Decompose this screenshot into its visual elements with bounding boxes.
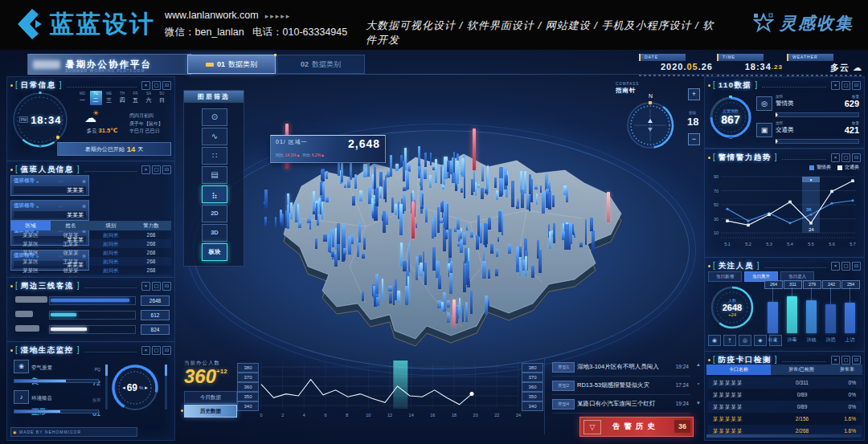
close-icon[interactable]: ⊗ xyxy=(82,178,86,184)
panel-close-icon[interactable]: × xyxy=(141,346,150,355)
map-data-bar xyxy=(442,185,444,189)
panel-close-icon[interactable]: × xyxy=(831,153,840,162)
panel-expand-icon[interactable]: ⊡ xyxy=(852,153,861,162)
map-data-bar xyxy=(382,214,384,222)
table-row[interactable]: 某某区张某某副局长268 xyxy=(10,266,171,275)
panel-window-icon[interactable]: ▢ xyxy=(841,153,850,162)
alert-scroll-dot-icon[interactable]: ● xyxy=(695,381,702,385)
star-icon xyxy=(753,13,774,34)
focus-bar-value: 264 xyxy=(764,280,783,289)
close-icon[interactable]: ⊗ xyxy=(82,203,86,209)
flow-label-redacted xyxy=(15,325,39,332)
table-row[interactable]: 某某某某某2/1561.6% xyxy=(708,413,862,425)
weekday-cell[interactable]: MO一 xyxy=(76,91,88,105)
alert-row[interactable]: 类型2RD13-53烟感报警疑似火灾17:24 xyxy=(552,377,690,395)
panel-window-icon[interactable]: ▢ xyxy=(841,81,850,90)
panel-window-icon[interactable]: ▢ xyxy=(152,346,161,355)
table-row[interactable]: 某某某某某0/890% xyxy=(708,401,862,413)
layer-button-3D[interactable]: 3D xyxy=(202,224,227,242)
platform-subtitle: SUMMER WORKING PLATFORM xyxy=(65,68,145,73)
tab-data-category-1[interactable]: 01 数据类别 xyxy=(187,55,276,74)
checkpoint-header-tab[interactable]: 异常率 xyxy=(832,365,863,375)
map-data-bar xyxy=(323,234,326,242)
weekday-cell[interactable]: SU日 xyxy=(156,91,168,105)
svg-text:24: 24 xyxy=(516,413,521,418)
axis-value-box: 370 xyxy=(237,373,259,382)
table-row[interactable]: 某某区张某某副局长268 xyxy=(10,230,171,239)
zoom-in-button[interactable]: + xyxy=(688,88,700,100)
layer-button-signal-icon[interactable]: ∿ xyxy=(202,128,227,145)
focus-tab[interactable]: 当日新增 xyxy=(708,271,742,282)
table-row[interactable]: 某某区张某某副局长268 xyxy=(10,248,171,257)
panel-window-icon[interactable]: ▢ xyxy=(841,356,850,365)
alarm-history-button[interactable]: ▽ 告警历史 36 xyxy=(579,417,694,437)
zoom-out-button[interactable]: − xyxy=(688,133,700,145)
clock-meridiem: PM xyxy=(19,116,29,123)
panel-close-icon[interactable]: × xyxy=(831,262,840,271)
duty-header-cell[interactable]: 警力数 xyxy=(131,221,171,230)
table-row[interactable]: 某某某某某0/3110% xyxy=(708,377,862,389)
alarm-history-count: 36 xyxy=(674,420,690,433)
panel-expand-icon[interactable]: ⊡ xyxy=(852,356,861,365)
compass-dial[interactable]: N xyxy=(622,92,678,153)
layer-button-bars-icon[interactable]: ⣦ xyxy=(202,185,227,203)
panel-close-icon[interactable]: × xyxy=(141,282,150,291)
panel-expand-icon[interactable]: ⊡ xyxy=(162,165,171,174)
weekday-cell[interactable]: TH四 xyxy=(117,91,129,105)
panel-expand-icon[interactable]: ⊡ xyxy=(162,282,171,291)
alert-row[interactable]: 类型1湿地3-104片区有不明人员闯入19:24 xyxy=(552,359,690,377)
weekday-cell[interactable]: SA六 xyxy=(143,91,155,105)
website-link[interactable]: www.lanlanwork.com xyxy=(165,10,259,21)
layer-button-板块[interactable]: 板块 xyxy=(202,243,227,261)
person-icon[interactable]: ◎ xyxy=(739,335,751,346)
panel-duty-staff: [值班人员信息]×▢⊡ 值班领导»⋯⊗某某某值班领导»⋯⊗某某某值班领导»⋯⊗某… xyxy=(6,161,175,278)
layer-button-camera-icon[interactable]: ⊙ xyxy=(202,108,227,126)
alert-scroll-up-icon[interactable]: ▲ xyxy=(695,362,702,367)
table-row[interactable]: 某某区王某某副局长268 xyxy=(10,257,171,266)
checkpoint-name: 某某某某某 xyxy=(713,389,743,401)
panel-close-icon[interactable]: × xyxy=(831,356,840,365)
flow-row: 612 xyxy=(12,310,170,320)
layer-button-building-icon[interactable]: ▤ xyxy=(202,166,227,184)
tab-data-category-2[interactable]: 02 数据类别 xyxy=(276,55,365,74)
panel-close-icon[interactable]: × xyxy=(141,81,150,90)
layer-button-2D[interactable]: 2D xyxy=(202,205,227,222)
panel-window-icon[interactable]: ▢ xyxy=(152,282,161,291)
alert-row[interactable]: 类型4某路口有小汽车连闯三个红灯19:24 xyxy=(552,396,690,413)
duty-header-cell[interactable]: 姓名 xyxy=(51,221,91,230)
panel-expand-icon[interactable]: ⊡ xyxy=(852,81,861,90)
more-icon[interactable]: ⋯ xyxy=(58,203,63,209)
panel-expand-icon[interactable]: ⊡ xyxy=(162,346,171,355)
map-3d-region[interactable] xyxy=(205,130,679,363)
gun-icon[interactable]: † xyxy=(723,335,736,346)
vehicle-icon[interactable]: ◉ xyxy=(708,335,721,346)
alert-scroll-down-icon[interactable]: ▼ xyxy=(695,401,702,405)
panel-expand-icon[interactable]: ⊡ xyxy=(162,81,171,90)
table-row[interactable]: 某某某某某0/890% xyxy=(708,389,862,401)
duty-leader-card[interactable]: 值班领导»⋯⊗某某某 xyxy=(10,175,89,196)
wechat-text: 微信：ben_lanlan xyxy=(165,26,244,38)
panel-close-icon[interactable]: × xyxy=(831,81,840,90)
duty-leader-card[interactable]: 值班领导»⋯⊗某某某 xyxy=(10,200,89,221)
panel-window-icon[interactable]: ▢ xyxy=(152,165,161,174)
weekday-cell[interactable]: FR五 xyxy=(129,91,141,105)
layer-button-people-icon[interactable]: ∷ xyxy=(202,147,227,165)
checkpoint-header-tab[interactable]: 异常/已检测 xyxy=(771,365,833,375)
table-row[interactable]: 某某区王某某副局长268 xyxy=(10,239,171,248)
panel-expand-icon[interactable]: ⊡ xyxy=(852,262,861,271)
duty-header-cell[interactable]: 区域 xyxy=(10,221,51,230)
gauge-slider-left[interactable] xyxy=(105,365,108,409)
more-icon[interactable]: ⋯ xyxy=(58,178,63,184)
map-data-bar xyxy=(495,269,498,276)
weather-value: 多云 xyxy=(830,63,850,72)
checkpoint-header-tab[interactable]: 卡口名称 xyxy=(706,365,772,375)
weekday-cell[interactable]: TU二 xyxy=(90,91,102,105)
duty-header-cell[interactable]: 级别 xyxy=(91,221,131,230)
panel-window-icon[interactable]: ▢ xyxy=(841,262,850,271)
map-data-bar xyxy=(437,207,440,233)
inspiration-collection[interactable]: 灵感收集 xyxy=(753,12,854,35)
weekday-cell[interactable]: WE三 xyxy=(103,91,115,105)
gauge-slider-right[interactable] xyxy=(165,365,167,409)
panel-window-icon[interactable]: ▢ xyxy=(152,81,161,90)
panel-close-icon[interactable]: × xyxy=(141,165,150,174)
